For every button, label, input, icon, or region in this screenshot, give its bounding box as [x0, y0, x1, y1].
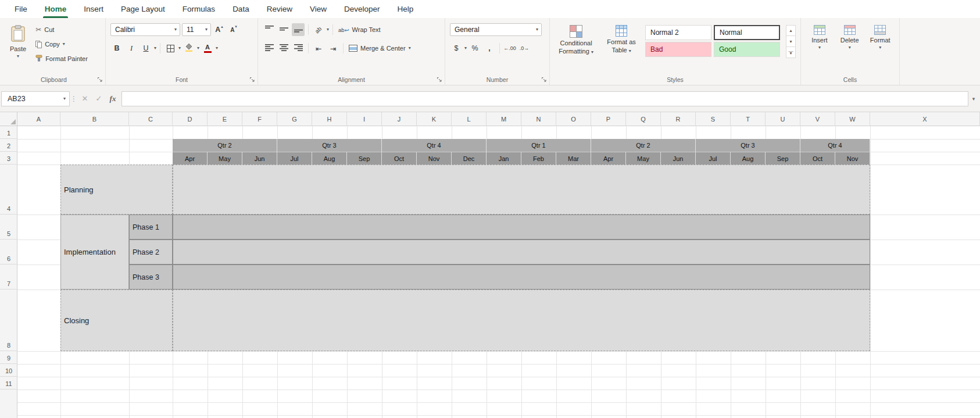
accounting-format-button[interactable]: $ — [450, 42, 463, 55]
phase-label[interactable]: Phase 1 — [129, 215, 173, 240]
month-cell[interactable]: Jul — [696, 152, 731, 165]
cancel-button[interactable]: ✕ — [78, 91, 92, 106]
quarter-cell[interactable]: Qtr 2 — [173, 139, 277, 152]
phase-bar[interactable] — [173, 240, 870, 265]
style-normal-2[interactable]: Normal 2 — [645, 25, 711, 40]
column-header-B[interactable]: B — [60, 112, 129, 126]
row-header-5[interactable]: 5 — [0, 215, 17, 240]
phase-bar[interactable] — [173, 265, 870, 290]
month-cell[interactable]: Aug — [312, 152, 347, 165]
column-header-T[interactable]: T — [731, 112, 766, 126]
tab-page-layout[interactable]: Page Layout — [112, 0, 174, 18]
comma-style-button[interactable]: , — [483, 42, 496, 55]
month-cell[interactable]: May — [208, 152, 242, 165]
month-cell[interactable]: Apr — [173, 152, 208, 165]
month-cell[interactable]: Mar — [556, 152, 591, 165]
column-header-W[interactable]: W — [835, 112, 870, 126]
clipboard-dialog-launcher[interactable] — [96, 76, 103, 83]
style-good[interactable]: Good — [714, 42, 780, 57]
font-name-select[interactable]: Calibri ▾ — [110, 23, 180, 36]
month-cell[interactable]: Aug — [731, 152, 766, 165]
row-header-10[interactable]: 10 — [0, 364, 17, 377]
column-header-X[interactable]: X — [870, 112, 980, 126]
decrease-font-size-button[interactable]: A▾ — [227, 23, 240, 36]
column-header-F[interactable]: F — [242, 112, 277, 126]
phase-bar[interactable] — [173, 215, 870, 240]
italic-button[interactable]: I — [125, 42, 138, 55]
quarter-cell[interactable]: Qtr 2 — [591, 139, 696, 152]
month-cell[interactable]: Jun — [661, 152, 696, 165]
format-cells-button[interactable]: Format ▾ — [866, 23, 895, 52]
column-header-Q[interactable]: Q — [626, 112, 661, 126]
insert-cells-button[interactable]: Insert ▾ — [806, 23, 834, 52]
month-cell[interactable]: Oct — [800, 152, 835, 165]
row-header-6[interactable]: 6 — [0, 240, 17, 265]
month-cell[interactable]: May — [626, 152, 661, 165]
month-cell[interactable]: Jan — [487, 152, 521, 165]
month-cell[interactable]: Dec — [452, 152, 487, 165]
align-middle-button[interactable] — [277, 23, 290, 36]
decrease-indent-button[interactable]: ⇤ — [312, 42, 325, 55]
quarter-cell[interactable]: Qtr 1 — [487, 139, 591, 152]
quarter-cell[interactable]: Qtr 3 — [696, 139, 800, 152]
bold-button[interactable]: B — [110, 42, 123, 55]
insert-function-button[interactable]: fx — [106, 91, 120, 106]
gallery-up-button[interactable]: ▴ — [786, 25, 796, 36]
tab-developer[interactable]: Developer — [335, 0, 389, 18]
column-header-D[interactable]: D — [173, 112, 208, 126]
column-header-P[interactable]: P — [591, 112, 626, 126]
row-header-3[interactable]: 3 — [0, 152, 17, 165]
month-cell[interactable]: Nov — [417, 152, 452, 165]
copy-button[interactable]: Copy ▾ — [34, 38, 90, 50]
month-cell[interactable]: Jun — [242, 152, 277, 165]
delete-cells-button[interactable]: Delete ▾ — [836, 23, 864, 52]
name-box[interactable]: AB23 ▾ — [1, 91, 70, 106]
quarter-cell[interactable]: Qtr 4 — [800, 139, 870, 152]
align-top-button[interactable] — [263, 23, 276, 36]
month-cell[interactable]: Nov — [835, 152, 870, 165]
column-header-E[interactable]: E — [208, 112, 242, 126]
column-header-U[interactable]: U — [766, 112, 800, 126]
underline-button[interactable]: U — [140, 42, 152, 55]
column-header-C[interactable]: C — [129, 112, 173, 126]
fill-color-button[interactable] — [183, 42, 195, 55]
percent-style-button[interactable]: % — [468, 42, 481, 55]
month-cell[interactable]: Jul — [277, 152, 312, 165]
tab-home[interactable]: Home — [36, 0, 76, 18]
column-header-A[interactable]: A — [17, 112, 60, 126]
row-header-4[interactable]: 4 — [0, 165, 17, 215]
column-header-M[interactable]: M — [487, 112, 521, 126]
column-header-L[interactable]: L — [452, 112, 487, 126]
align-left-button[interactable] — [263, 42, 276, 55]
column-header-G[interactable]: G — [277, 112, 312, 126]
month-cell[interactable]: Oct — [382, 152, 417, 165]
number-dialog-launcher[interactable] — [540, 76, 548, 83]
row-header-1[interactable]: 1 — [0, 126, 17, 139]
quarter-cell[interactable]: Qtr 4 — [382, 139, 487, 152]
merge-center-button[interactable]: Merge & Center ▾ — [347, 42, 413, 54]
increase-indent-button[interactable]: ⇥ — [327, 42, 339, 55]
planning-bar[interactable] — [173, 165, 870, 215]
conditional-formatting-button[interactable]: Conditional Formatting ▾ — [555, 23, 598, 58]
phase-label[interactable]: Phase 2 — [129, 240, 173, 265]
decrease-decimal-button[interactable]: .0→ — [518, 42, 531, 55]
cut-button[interactable]: ✂ Cut — [34, 24, 90, 35]
gallery-down-button[interactable]: ▾ — [786, 36, 796, 47]
increase-font-size-button[interactable]: A▴ — [213, 23, 226, 36]
paste-button[interactable]: Paste ▾ — [7, 23, 29, 61]
name-box-grip[interactable]: ⋮ — [70, 95, 78, 103]
style-normal[interactable]: Normal — [714, 25, 780, 40]
align-center-button[interactable] — [277, 42, 290, 55]
column-header-J[interactable]: J — [382, 112, 417, 126]
format-painter-button[interactable]: Format Painter — [34, 53, 90, 65]
closing-bar[interactable] — [173, 290, 870, 351]
column-header-V[interactable]: V — [800, 112, 835, 126]
formula-input[interactable] — [121, 91, 968, 106]
enter-button[interactable]: ✓ — [92, 91, 106, 106]
gallery-more-button[interactable]: —▾ — [786, 47, 796, 58]
tab-formulas[interactable]: Formulas — [174, 0, 224, 18]
month-cell[interactable]: Feb — [521, 152, 556, 165]
column-header-N[interactable]: N — [521, 112, 556, 126]
align-bottom-button[interactable] — [292, 23, 305, 36]
increase-decimal-button[interactable]: ←.00 — [503, 42, 516, 55]
